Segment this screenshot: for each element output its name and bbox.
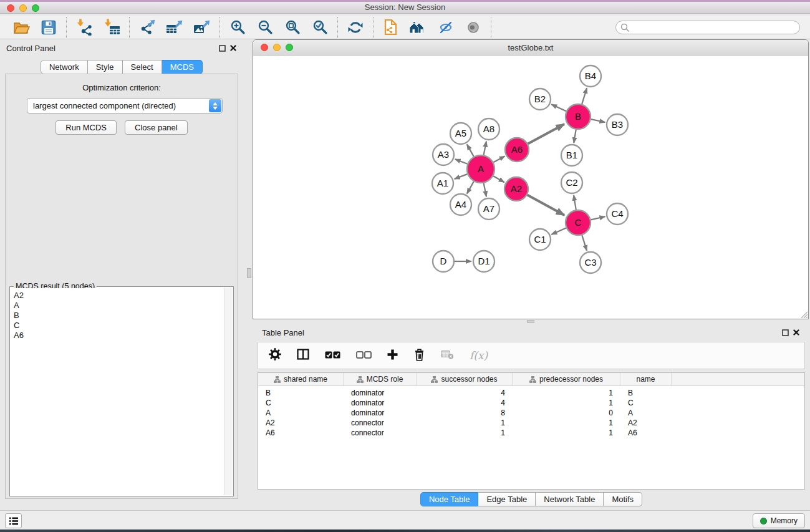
dropdown-spinner-icon[interactable] [209, 99, 221, 112]
graph-node-A3[interactable]: A3 [433, 144, 454, 165]
resize-grip-icon[interactable] [799, 310, 808, 318]
column-header-shared-name[interactable]: shared name [258, 373, 344, 385]
graph-edge-C-C3[interactable] [582, 235, 587, 251]
graph-node-C2[interactable]: C2 [561, 172, 582, 193]
table-cell[interactable]: connector [344, 418, 417, 427]
network-canvas[interactable]: AA1A2A3A4A5A6A7A8BB1B2B3B4CC1C2C3C4DD1 [253, 56, 808, 319]
graph-node-C4[interactable]: C4 [607, 203, 628, 225]
export-image-icon[interactable] [193, 18, 211, 37]
table-cell[interactable]: A6 [620, 428, 672, 437]
tab-network[interactable]: Network [41, 60, 88, 74]
graph-edge-A-A2[interactable] [493, 176, 504, 182]
result-item[interactable]: B [14, 311, 223, 321]
table-cell[interactable]: C [258, 399, 344, 407]
table-cell[interactable]: dominator [344, 389, 417, 397]
zoom-fit-icon[interactable] [283, 18, 302, 37]
graph-node-A5[interactable]: A5 [450, 123, 471, 144]
select-unchecked-pair-icon[interactable] [356, 350, 372, 361]
close-window-icon[interactable] [7, 4, 14, 12]
graph-node-C3[interactable]: C3 [580, 252, 601, 273]
mcds-result-list[interactable]: A2ABCA6 [11, 288, 223, 495]
column-header-name[interactable]: name [620, 373, 672, 385]
vertical-splitter-handle[interactable] [247, 268, 251, 278]
search-input[interactable] [615, 21, 800, 34]
clone-network-icon[interactable] [382, 18, 400, 37]
graph-edge-A-A1[interactable] [455, 174, 468, 179]
table-row[interactable]: A6connector11A6 [258, 428, 804, 438]
table-cell[interactable]: 4 [417, 389, 513, 397]
float-panel-icon[interactable] [218, 44, 226, 52]
table-row[interactable]: A2connector11A2 [258, 418, 804, 428]
table-row[interactable]: Cdominator41C [258, 398, 804, 408]
table-cell[interactable]: 0 [513, 409, 620, 417]
network-window-titlebar[interactable]: testGlobe.txt [253, 40, 808, 56]
table-cell[interactable]: A2 [258, 418, 344, 427]
graph-node-B[interactable]: B [566, 104, 591, 129]
graph-node-A[interactable]: A [467, 155, 494, 183]
import-table-icon[interactable] [102, 18, 121, 37]
result-item[interactable]: A2 [14, 291, 223, 301]
select-checked-pair-icon[interactable] [325, 350, 340, 361]
zoom-out-icon[interactable] [256, 18, 274, 37]
graph-node-A6[interactable]: A6 [505, 138, 529, 162]
table-cell[interactable]: A [620, 409, 672, 417]
table-cell[interactable]: 8 [417, 409, 513, 417]
tab-motifs[interactable]: Motifs [604, 492, 642, 506]
task-history-button[interactable] [5, 513, 22, 528]
result-scrollbar[interactable] [224, 288, 233, 495]
table-cell[interactable]: 1 [417, 418, 513, 427]
minimize-icon[interactable] [273, 44, 281, 51]
table-row[interactable]: Bdominator41B [258, 388, 804, 398]
graph-node-A1[interactable]: A1 [432, 173, 453, 194]
graph-node-A4[interactable]: A4 [450, 194, 471, 215]
graph-edge-A2-C[interactable] [528, 195, 565, 215]
node-table[interactable]: shared nameMCDS rolesuccessor nodesprede… [258, 372, 805, 490]
graph-edge-A-A7[interactable] [484, 183, 486, 197]
table-cell[interactable]: dominator [344, 409, 417, 417]
graph-edge-A-A3[interactable] [455, 159, 468, 164]
table-cell[interactable]: connector [344, 428, 417, 437]
split-view-icon[interactable] [297, 349, 309, 362]
graph-edge-B-B4[interactable] [582, 88, 587, 104]
table-cell[interactable]: dominator [344, 399, 417, 407]
table-cell[interactable]: C [620, 399, 672, 407]
float-table-panel-icon[interactable] [781, 329, 789, 336]
graph-edge-B-B1[interactable] [574, 130, 576, 143]
graph-edge-A-A8[interactable] [484, 142, 486, 155]
open-session-icon[interactable] [12, 18, 31, 37]
criterion-dropdown[interactable]: largest connected component (directed) [27, 98, 223, 114]
table-cell[interactable]: 4 [417, 399, 513, 407]
zoom-selected-icon[interactable] [311, 18, 329, 37]
zoom-icon[interactable] [286, 44, 293, 51]
graph-edge-A6-B[interactable] [528, 124, 564, 144]
table-cell[interactable]: 1 [513, 418, 620, 427]
refresh-layout-icon[interactable] [346, 18, 365, 37]
column-header-predecessor-nodes[interactable]: predecessor nodes [513, 373, 620, 385]
result-item[interactable]: C [14, 321, 223, 331]
delete-column-icon[interactable] [413, 348, 425, 364]
toggle-graphics-details-icon[interactable] [436, 18, 455, 37]
run-mcds-button[interactable]: Run MCDS [55, 120, 117, 135]
table-cell[interactable]: A6 [258, 428, 344, 437]
table-cell[interactable]: 1 [513, 428, 620, 437]
add-column-icon[interactable] [387, 349, 398, 362]
table-row[interactable]: Adominator80A [258, 408, 804, 418]
export-table-icon[interactable] [165, 18, 184, 37]
graph-edge-C-C2[interactable] [574, 195, 576, 210]
table-cell[interactable]: B [620, 389, 672, 397]
graph-node-B4[interactable]: B4 [580, 65, 601, 87]
close-icon[interactable] [261, 44, 268, 51]
graph-edge-A-A6[interactable] [493, 156, 504, 162]
settings-gear-icon[interactable] [269, 348, 281, 363]
graph-edge-B-B2[interactable] [551, 104, 566, 111]
graph-node-A8[interactable]: A8 [478, 118, 499, 140]
save-session-icon[interactable] [39, 18, 58, 37]
table-cell[interactable]: 1 [417, 428, 513, 437]
result-item[interactable]: A [14, 301, 223, 311]
graph-node-C[interactable]: C [566, 210, 591, 235]
graph-node-A2[interactable]: A2 [504, 177, 528, 201]
graph-node-D[interactable]: D [433, 251, 454, 272]
close-panel-button[interactable]: Close panel [125, 120, 188, 135]
result-item[interactable]: A6 [14, 331, 223, 341]
table-cell[interactable]: 1 [513, 399, 620, 407]
